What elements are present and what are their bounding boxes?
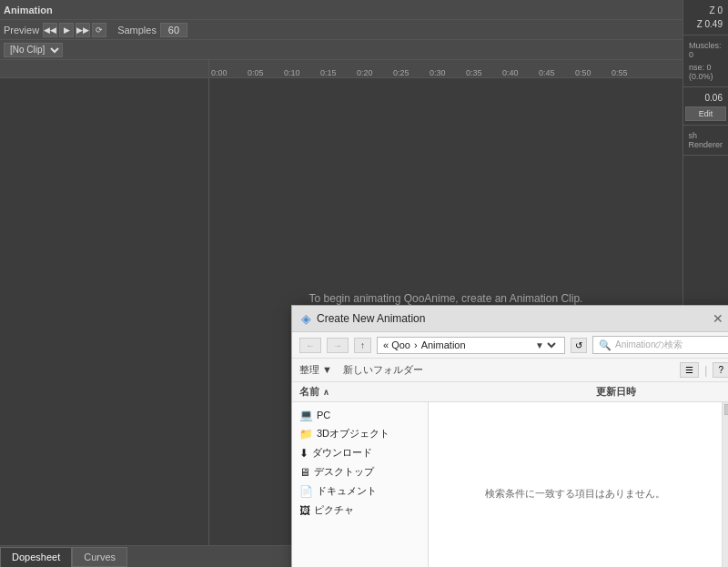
ruler-tick-3: 0:15 — [320, 68, 337, 77]
clip-select[interactable]: [No Clip] — [4, 43, 63, 57]
clip-row: [No Clip] — [0, 40, 682, 60]
rp-edit-section: 0.06 Edit — [683, 87, 728, 126]
rp-z0: Z 0 — [710, 5, 723, 15]
no-results-message: 検索条件に一致する項目はありません。 — [485, 487, 665, 501]
timeline-content-left — [0, 78, 208, 545]
help-button[interactable]: ? — [713, 362, 728, 378]
toolbar-separator: | — [704, 364, 707, 377]
sidebar-label-desktop: デスクトップ — [314, 465, 374, 479]
organize-button[interactable]: 整理 ▼ — [299, 363, 332, 377]
nav-path-part1: « Qoo — [383, 339, 410, 350]
ruler-tick-0: 0:00 — [211, 68, 228, 77]
nav-back-button[interactable]: ← — [299, 338, 321, 353]
nav-search: 🔍 Animationの検索 — [592, 336, 728, 354]
dialog-title-bar: ◈ Create New Animation ✕ — [292, 306, 728, 332]
pictures-icon: 🖼 — [299, 504, 310, 517]
nav-refresh-button[interactable]: ↺ — [571, 338, 587, 353]
download-icon: ⬇ — [299, 447, 308, 460]
view-mode-button[interactable]: ☰ — [680, 362, 699, 378]
dialog-title-text: ◈ Create New Animation — [301, 311, 425, 326]
ruler-tick-1: 0:05 — [248, 68, 264, 77]
sidebar-item-pictures[interactable]: 🖼 ピクチャ — [296, 501, 424, 520]
sidebar-label-docs: ドキュメント — [317, 484, 377, 498]
nav-path: « Qoo › Animation ▼ — [377, 337, 565, 354]
nav-up-button[interactable]: ↑ — [354, 338, 371, 353]
rp-muscles: Muscles: 0 — [689, 41, 723, 59]
dialog-title-label: Create New Animation — [317, 312, 425, 325]
pc-icon: 💻 — [299, 409, 313, 421]
rp-sh-renderer: sh Renderer — [688, 131, 723, 149]
ruler-tick-6: 0:30 — [430, 68, 446, 77]
loop-button[interactable]: ⟳ — [92, 23, 106, 37]
create-animation-dialog: ◈ Create New Animation ✕ ← → ↑ « Qoo › A… — [291, 305, 728, 567]
dialog-body: 💻 PC 📁 3Dオブジェクト ⬇ ダウンロード 🖥 デスクトップ 📄 — [292, 402, 728, 567]
dialog-title-icon: ◈ — [301, 311, 311, 326]
nav-path-dropdown[interactable]: ▼ — [531, 339, 559, 351]
animation-title: Animation — [4, 5, 53, 15]
ruler-tick-9: 0:45 — [539, 68, 555, 77]
dialog-nav: ← → ↑ « Qoo › Animation ▼ ↺ 🔍 Animationの… — [292, 332, 728, 359]
main-container: Animation Preview ◀◀ ▶ ▶▶ ⟳ Samples [No … — [0, 0, 728, 567]
preview-controls: ◀◀ ▶ ▶▶ ⟳ — [43, 23, 106, 37]
play-button[interactable]: ▶ — [59, 23, 74, 37]
sidebar-item-docs[interactable]: 📄 ドキュメント — [296, 481, 424, 501]
rp-muscles-section: Muscles: 0 nse: 0 (0.0%) — [683, 35, 728, 87]
dialog-close-button[interactable]: ✕ — [709, 311, 727, 326]
sidebar-item-3d[interactable]: 📁 3Dオブジェクト — [296, 424, 424, 443]
new-folder-button[interactable]: 新しいフォルダー — [343, 363, 423, 377]
col-name-header[interactable]: 名前 ∧ — [299, 382, 596, 401]
nav-path-part2: Animation — [421, 339, 466, 350]
toolbar-left: 整理 ▼ 新しいフォルダー — [299, 363, 423, 377]
search-icon: 🔍 — [599, 339, 612, 351]
sidebar-item-download[interactable]: ⬇ ダウンロード — [296, 443, 424, 462]
sidebar-item-pc[interactable]: 💻 PC — [296, 406, 424, 424]
scroll-thumb[interactable] — [724, 404, 728, 415]
sidebar-label-download: ダウンロード — [312, 446, 372, 460]
sidebar-label-pc: PC — [317, 410, 330, 420]
ruler-tick-8: 0:40 — [502, 68, 519, 77]
preview-label: Preview — [4, 25, 39, 35]
samples-input[interactable] — [160, 23, 187, 37]
ruler-tick-7: 0:35 — [466, 68, 482, 77]
rp-renderer-section: sh Renderer — [683, 126, 728, 156]
ruler-tick-10: 0:50 — [575, 68, 592, 77]
dialog-columns: 名前 ∧ 更新日時 — [292, 382, 728, 402]
sidebar-item-desktop[interactable]: 🖥 デスクトップ — [296, 462, 424, 481]
dialog-main-area: 検索条件に一致する項目はありません。 — [429, 402, 722, 567]
nav-path-separator: › — [414, 339, 418, 350]
tab-dopesheet[interactable]: Dopesheet — [0, 547, 72, 567]
rp-nse: nse: 0 (0.0%) — [689, 63, 723, 81]
dialog-toolbar: 整理 ▼ 新しいフォルダー ☰ | ? — [292, 359, 728, 382]
samples-label: Samples — [117, 25, 157, 35]
ruler-tick-5: 0:25 — [393, 68, 410, 77]
vertical-scrollbar[interactable] — [722, 402, 728, 567]
sidebar-label-pictures: ピクチャ — [314, 503, 354, 517]
ruler: 0:00 0:05 0:10 0:15 0:20 0:25 0:30 0:35 … — [209, 60, 682, 78]
rp-value-06: 0.06 — [705, 93, 723, 103]
nav-forward-button[interactable]: → — [327, 338, 349, 353]
3d-icon: 📁 — [299, 428, 313, 440]
edit-button[interactable]: Edit — [685, 106, 726, 121]
ruler-tick-4: 0:20 — [357, 68, 373, 77]
ruler-spacer — [0, 60, 208, 78]
ruler-tick-2: 0:10 — [284, 68, 300, 77]
preview-row: Preview ◀◀ ▶ ▶▶ ⟳ Samples — [0, 20, 682, 40]
next-frame-button[interactable]: ▶▶ — [76, 23, 90, 37]
rp-z1: Z 0.49 — [697, 19, 723, 29]
desktop-icon: 🖥 — [299, 466, 310, 479]
dialog-sidebar[interactable]: 💻 PC 📁 3Dオブジェクト ⬇ ダウンロード 🖥 デスクトップ 📄 — [292, 402, 429, 567]
col-date-header[interactable]: 更新日時 — [596, 382, 714, 401]
col-scrollbar-spacer — [714, 382, 728, 401]
docs-icon: 📄 — [299, 485, 313, 498]
prev-frame-button[interactable]: ◀◀ — [43, 23, 57, 37]
toolbar-right: ☰ | ? — [680, 362, 728, 378]
sidebar-label-3d: 3Dオブジェクト — [317, 427, 389, 440]
rp-z-section: Z 0 Z 0.49 — [683, 0, 728, 35]
tab-curves[interactable]: Curves — [72, 547, 127, 567]
ruler-tick-11: 0:55 — [612, 68, 628, 77]
animation-header: Animation — [0, 0, 682, 20]
timeline-left — [0, 60, 209, 545]
search-placeholder: Animationの検索 — [615, 339, 682, 351]
anim-message: To begin animating QooAnime, create an A… — [309, 292, 583, 305]
